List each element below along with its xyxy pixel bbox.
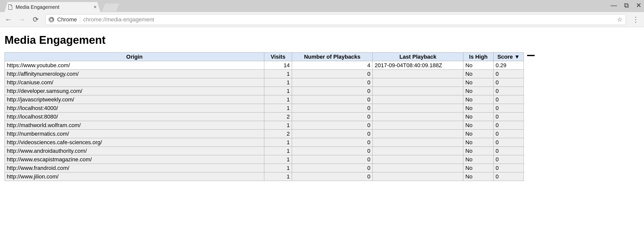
table-row: http://mathworld.wolfram.com/10No0 bbox=[5, 121, 524, 130]
cell-last bbox=[373, 155, 463, 164]
cell-last bbox=[373, 164, 463, 172]
cell-high: No bbox=[463, 78, 494, 87]
cell-high: No bbox=[463, 138, 494, 147]
cell-playbacks: 4 bbox=[292, 61, 373, 70]
cell-high: No bbox=[463, 87, 494, 95]
cell-origin: https://www.youtube.com/ bbox=[5, 61, 264, 70]
col-score-label: Score bbox=[497, 54, 513, 60]
cell-high: No bbox=[463, 113, 494, 121]
browser-tab[interactable]: Media Engagement × bbox=[5, 2, 100, 12]
browser-menu-button[interactable]: ⋮ bbox=[632, 15, 639, 24]
table-row: http://www.frandroid.com/10No0 bbox=[5, 164, 524, 172]
cell-playbacks: 0 bbox=[292, 95, 373, 104]
cell-score: 0 bbox=[494, 87, 524, 95]
cell-playbacks: 0 bbox=[292, 78, 373, 87]
cell-origin: http://caniuse.com/ bbox=[5, 78, 264, 87]
cell-score: 0 bbox=[494, 70, 524, 78]
cell-last bbox=[373, 121, 463, 130]
cell-origin: http://www.escapistmagazine.com/ bbox=[5, 155, 264, 164]
cell-playbacks: 0 bbox=[292, 130, 373, 138]
col-high[interactable]: Is High bbox=[463, 53, 494, 61]
table-row: http://affinitynumerology.com/10No0 bbox=[5, 70, 524, 78]
cell-playbacks: 0 bbox=[292, 147, 373, 155]
cell-origin: http://affinitynumerology.com/ bbox=[5, 70, 264, 78]
cell-visits: 1 bbox=[264, 147, 292, 155]
forward-button[interactable]: → bbox=[18, 16, 26, 24]
table-row: https://www.youtube.com/1442017-09-04T08… bbox=[5, 61, 524, 70]
cell-last bbox=[373, 147, 463, 155]
cell-last: 2017-09-04T08:40:09.188Z bbox=[373, 61, 463, 70]
omnibox-separator bbox=[80, 16, 80, 23]
cell-origin: http://www.androidauthority.com/ bbox=[5, 147, 264, 155]
omnibox-url: chrome://media-engagement bbox=[83, 16, 154, 23]
close-window-icon[interactable]: ✕ bbox=[636, 2, 641, 9]
cell-playbacks: 0 bbox=[292, 172, 373, 181]
bookmark-star-icon[interactable]: ☆ bbox=[617, 16, 623, 23]
cell-score: 0 bbox=[494, 95, 524, 104]
cell-visits: 2 bbox=[264, 130, 292, 138]
tab-strip: Media Engagement × — ⧉ ✕ bbox=[0, 0, 644, 12]
back-button[interactable]: ← bbox=[5, 16, 12, 24]
cell-origin: http://www.jilion.com/ bbox=[5, 172, 264, 181]
cell-playbacks: 0 bbox=[292, 164, 373, 172]
cell-score: 0 bbox=[494, 121, 524, 130]
browser-chrome: Media Engagement × — ⧉ ✕ ← → ⟳ Chrome ch… bbox=[0, 0, 644, 27]
col-origin[interactable]: Origin bbox=[5, 53, 264, 61]
cell-high: No bbox=[463, 147, 494, 155]
cell-score: 0 bbox=[494, 78, 524, 87]
cell-visits: 1 bbox=[264, 87, 292, 95]
table-row: http://developer.samsung.com/10No0 bbox=[5, 87, 524, 95]
close-tab-icon[interactable]: × bbox=[93, 4, 97, 10]
cell-last bbox=[373, 70, 463, 78]
cell-score: 0 bbox=[494, 113, 524, 121]
col-visits[interactable]: Visits bbox=[264, 53, 292, 61]
cell-visits: 14 bbox=[264, 61, 292, 70]
cell-visits: 1 bbox=[264, 164, 292, 172]
col-playbacks[interactable]: Number of Playbacks bbox=[292, 53, 373, 61]
tab-title: Media Engagement bbox=[16, 4, 59, 10]
cell-score: 0 bbox=[494, 172, 524, 181]
cell-last bbox=[373, 87, 463, 95]
omnibox[interactable]: Chrome chrome://media-engagement ☆ bbox=[45, 14, 626, 25]
cell-high: No bbox=[463, 130, 494, 138]
cell-visits: 2 bbox=[264, 113, 292, 121]
omnibox-scheme: Chrome bbox=[57, 16, 77, 23]
chrome-icon bbox=[49, 17, 54, 22]
cell-last bbox=[373, 113, 463, 121]
table-row: http://videosciences.cafe-sciences.org/1… bbox=[5, 138, 524, 147]
minimize-icon[interactable]: — bbox=[610, 2, 617, 9]
cell-score: 0 bbox=[494, 147, 524, 155]
cell-origin: http://localhost:4000/ bbox=[5, 104, 264, 113]
cell-last bbox=[373, 130, 463, 138]
cell-origin: http://www.frandroid.com/ bbox=[5, 164, 264, 172]
cell-origin: http://javascriptweekly.com/ bbox=[5, 95, 264, 104]
maximize-icon[interactable]: ⧉ bbox=[624, 2, 629, 9]
new-tab-button[interactable] bbox=[102, 4, 119, 12]
cell-playbacks: 0 bbox=[292, 138, 373, 147]
cell-last bbox=[373, 138, 463, 147]
col-score[interactable]: Score ▼ bbox=[494, 53, 524, 61]
truncated-content-indicator bbox=[527, 55, 535, 56]
cell-origin: http://numbermatics.com/ bbox=[5, 130, 264, 138]
cell-high: No bbox=[463, 172, 494, 181]
browser-toolbar: ← → ⟳ Chrome chrome://media-engagement ☆… bbox=[0, 12, 644, 27]
cell-score: 0 bbox=[494, 130, 524, 138]
cell-score: 0 bbox=[494, 155, 524, 164]
cell-high: No bbox=[463, 155, 494, 164]
cell-last bbox=[373, 172, 463, 181]
cell-origin: http://videosciences.cafe-sciences.org/ bbox=[5, 138, 264, 147]
col-last[interactable]: Last Playback bbox=[373, 53, 463, 61]
cell-visits: 1 bbox=[264, 155, 292, 164]
table-row: http://numbermatics.com/20No0 bbox=[5, 130, 524, 138]
table-row: http://www.jilion.com/10No0 bbox=[5, 172, 524, 181]
cell-high: No bbox=[463, 121, 494, 130]
cell-origin: http://localhost:8080/ bbox=[5, 113, 264, 121]
cell-score: 0 bbox=[494, 138, 524, 147]
cell-visits: 1 bbox=[264, 104, 292, 113]
cell-visits: 1 bbox=[264, 138, 292, 147]
cell-high: No bbox=[463, 61, 494, 70]
reload-button[interactable]: ⟳ bbox=[32, 15, 39, 24]
cell-origin: http://developer.samsung.com/ bbox=[5, 87, 264, 95]
cell-playbacks: 0 bbox=[292, 113, 373, 121]
cell-visits: 1 bbox=[264, 78, 292, 87]
